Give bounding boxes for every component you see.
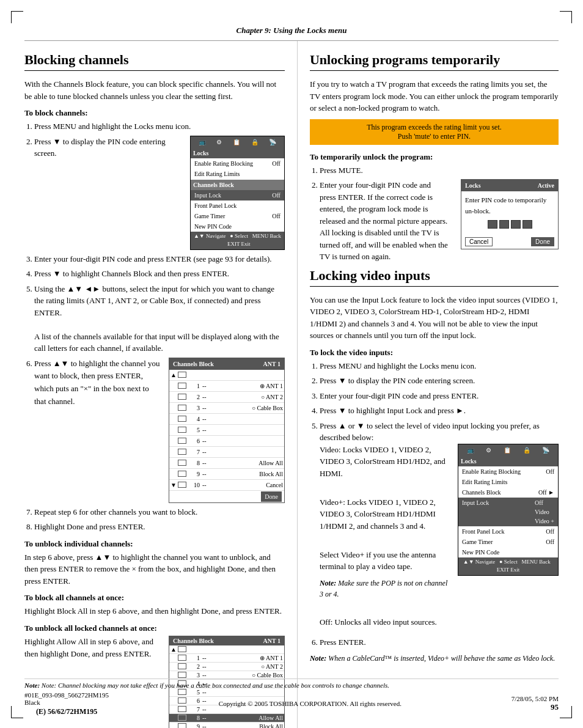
lock-step-1: Press MENU and highlight the Locks menu … (320, 360, 559, 372)
ch2-row-9: 9--Block All (169, 722, 284, 729)
ch-row-3: 3--○ Cable Box (169, 403, 284, 414)
locks-v-row-3: Channels BlockOff ► (458, 487, 558, 498)
lock-step-5: Press ▲ or ▼ to select the level of vide… (320, 420, 559, 633)
lock-step-3: Enter your four-digit PIN code and press… (320, 390, 559, 402)
to-unblock-text: In step 6 above, press ▲▼ to highlight t… (24, 551, 285, 587)
locks-v-row-7: New PIN Code (458, 547, 558, 557)
locks-row-4: Front Panel Lock (191, 200, 284, 211)
locks-row-6: New PIN Code (191, 221, 284, 232)
corner-mark-br (560, 706, 572, 718)
locks-menu-ui: 📺⚙📋🔒📡 Locks Enable Rating BlockingOff Ed… (190, 136, 285, 250)
footer-bottom: #01E_093-098_566272HM195 Black (E) 56/62… (24, 691, 559, 716)
locks-active-body: Enter PIN code to temporarily un-block. (461, 191, 558, 236)
channels-done-row: Done (169, 491, 284, 502)
block-step-5: Using the ▲▼ ◄► buttons, select the inpu… (34, 283, 285, 355)
alert-line1: This program exceeds the rating limit yo… (317, 123, 551, 132)
locks-menu-icons: 📺⚙📋🔒📡 (191, 136, 284, 148)
corner-mark-bl (11, 706, 23, 718)
to-block-all-text: Highlight Block All in step 6 above, and… (24, 605, 285, 617)
ch-row-10: ▼10--Cancel (169, 480, 284, 491)
note-cablecard: Note: When a CableCard™ is inserted, Vid… (310, 653, 559, 664)
to-block-heading: To block channels: (24, 108, 285, 118)
ch-row-1: 1--⊕ ANT 1 (169, 381, 284, 392)
locks-row-5: Game TimerOff (191, 211, 284, 221)
footer-center: Copyright © 2005 TOSHIBA CORPORATION. Al… (219, 700, 402, 707)
locks-v-row-2: Edit Rating Limits (458, 477, 558, 487)
ch-row-9: 9--Block All (169, 469, 284, 480)
footer-left: #01E_093-098_566272HM195 Black (E) 56/62… (24, 691, 109, 716)
ch2-row-arrow: ▲ (169, 645, 284, 654)
channels-block-header-1: Channels BlockANT 1 (169, 358, 284, 370)
locks-video-menu: 📺⚙📋🔒📡 Locks Enable Rating BlockingOff Ed… (458, 444, 559, 576)
page: Chapter 9: Using the Locks menu Blocking… (0, 0, 583, 728)
unlocking-programs-title: Unlocking programs temporarily (310, 52, 559, 71)
channels-block-table-1: Channels BlockANT 1 ▲ 1--⊕ ANT 1 2--○ AN… (169, 358, 285, 503)
locks-menu-nav: ▲▼ Navigate ● Select MENU Back EXIT Exit (191, 232, 284, 249)
corner-mark-tr (560, 11, 572, 23)
chapter-header: Chapter 9: Using the Locks menu (24, 0, 559, 41)
pin-box-3 (511, 220, 521, 229)
unlocking-programs-intro: If you try to watch a TV program that ex… (310, 78, 559, 114)
locks-v-row-6: Game TimerOff (458, 537, 558, 547)
unlock-step-1: Press MUTE. (320, 164, 559, 177)
blocking-channels-intro: With the Channels Block feature, you can… (24, 78, 285, 102)
to-unlock-heading: To temporarily unlock the program: (310, 152, 559, 162)
ch-row-2: 2--○ ANT 2 (169, 392, 284, 403)
block-step-4: Press ▼ to highlight Channels Block and … (34, 268, 285, 280)
ch-row-5: 5-- (169, 425, 284, 436)
block-step-8: Highlight Done and press ENTER. (34, 521, 285, 533)
locks-active-buttons: Cancel Done (461, 236, 558, 249)
locks-row-2: Edit Rating Limits (191, 169, 284, 179)
blocking-steps-list: Press MENU and highlight the Locks menu … (34, 120, 285, 533)
block-step-7: Repeat step 6 for other channels you wan… (34, 506, 285, 518)
locks-v-row-1: Enable Rating BlockingOff (458, 466, 558, 477)
channels-block-header-2: Channels BlockANT 1 (169, 636, 284, 645)
left-column: Blocking channels With the Channels Bloc… (24, 41, 298, 728)
page-number: 95 (512, 702, 559, 712)
locks-row-3: Input LockOff (191, 190, 284, 200)
locks-v-row-5: Front Panel LockOff (458, 526, 558, 537)
ch2-row-1: 1--⊕ ANT 1 (169, 654, 284, 663)
unlock-steps-list: Press MUTE. Enter your four-digit PIN co… (320, 164, 559, 263)
to-unblock-heading: To unblock individual channels: (24, 539, 285, 549)
block-step-3: Enter your four-digit PIN code and press… (34, 253, 285, 265)
footer-note: Note: Note: Channel blocking may not tak… (24, 678, 559, 689)
alert-line2: Push 'mute' to enter PIN. (317, 132, 551, 141)
block-step-6: Press ▲▼ to highlight the channel you wa… (34, 358, 285, 503)
ch-row-4: 4-- (169, 414, 284, 425)
alert-box: This program exceeds the rating limit yo… (310, 119, 559, 145)
off-desc: Off: Unlocks all video input sources. (320, 616, 559, 628)
locking-video-intro: You can use the Input Lock feature to lo… (310, 294, 559, 342)
lock-step-6: Press ENTER. (320, 636, 559, 649)
blocking-channels-title: Blocking channels (24, 52, 285, 71)
pin-boxes (465, 220, 554, 229)
locks-video-icons: 📺⚙📋🔒📡 (458, 444, 558, 456)
lock-step-2: Press ▼ to display the PIN code entering… (320, 375, 559, 387)
ch-row-8: 8--Allow All (169, 458, 284, 469)
locks-row-1: Enable Rating BlockingOff (191, 158, 284, 169)
locks-video-title-bar: Locks (458, 456, 558, 466)
locks-active-box: Locks Active Enter PIN code to temporari… (461, 179, 559, 249)
cancel-button[interactable]: Cancel (465, 237, 493, 246)
locks-menu-title-bar: Locks (191, 148, 284, 158)
locks-video-nav: ▲▼ Navigate ● Select MENU Back EXIT Exit (458, 557, 558, 575)
content-area: Blocking channels With the Channels Bloc… (0, 41, 583, 728)
corner-mark-tl (11, 11, 23, 23)
locks-active-header: Locks Active (461, 180, 558, 191)
right-column: Unlocking programs temporarily If you tr… (298, 41, 559, 728)
lock-video-steps: Press MENU and highlight the Locks menu … (320, 360, 559, 649)
locks-v-row-4: Input Lock OffVideoVideo + (458, 498, 558, 526)
ch-row-6: 6-- (169, 436, 284, 447)
ch-row-arrow-up: ▲ (169, 370, 284, 381)
ch-row-7: 7-- (169, 447, 284, 458)
ch2-row-2: 2--○ ANT 2 (169, 663, 284, 671)
to-unblock-all-heading: To unblock all locked channels at once: (24, 623, 285, 633)
block-step-1: Press MENU and highlight the Locks menu … (34, 120, 285, 133)
pin-box-2 (499, 220, 509, 229)
page-footer: Note: Note: Channel blocking may not tak… (24, 678, 559, 716)
done-button[interactable]: Done (531, 237, 554, 246)
to-lock-heading: To lock the video inputs: (310, 348, 559, 358)
locks-section-channels: Channels Block (191, 180, 284, 190)
block-step-2: Press ▼ to display the PIN code entering… (34, 136, 285, 250)
pin-box-4 (522, 220, 532, 229)
